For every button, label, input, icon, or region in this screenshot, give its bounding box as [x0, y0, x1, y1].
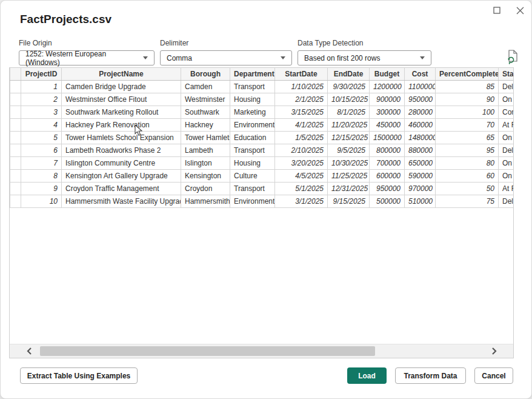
cell-Cost: 510000	[405, 195, 436, 208]
cell-Borough: Kensington	[181, 170, 230, 183]
cell-Status: Delayed	[499, 81, 514, 93]
cell-ProjectID: 8	[21, 170, 62, 183]
cell-PercentComplete: 50	[436, 183, 499, 195]
column-header-StartDate[interactable]: StartDate	[275, 68, 328, 81]
preview-grid: ProjectIDProjectNameBoroughDepartmentSta…	[10, 67, 514, 208]
delimiter-label: Delimiter	[160, 39, 292, 47]
cell-ProjectName: Islington Community Centre	[62, 157, 181, 170]
cell-EndDate: 10/30/2025	[328, 157, 370, 170]
cell-ProjectName: Southwark Marketing Rollout	[62, 106, 181, 119]
cell-StartDate: 4/5/2025	[275, 170, 328, 183]
extract-table-button[interactable]: Extract Table Using Examples	[20, 367, 138, 384]
cell-EndDate: 12/15/2025	[328, 132, 370, 144]
cell-ProjectName: Tower Hamlets School Expansion	[62, 132, 181, 144]
cell-StartDate: 3/20/2025	[275, 157, 328, 170]
table-row: 5Tower Hamlets School ExpansionTower Ham…	[10, 132, 514, 144]
cell-EndDate: 11/25/2025	[328, 170, 370, 183]
horizontal-scrollbar[interactable]	[10, 344, 513, 358]
row-gutter-cell	[10, 183, 21, 195]
column-header-EndDate[interactable]: EndDate	[328, 68, 370, 81]
cell-Cost: 460000	[405, 119, 436, 132]
cell-Budget: 950000	[370, 183, 405, 195]
close-icon[interactable]	[513, 4, 527, 16]
column-header-ProjectID[interactable]: ProjectID	[21, 68, 62, 81]
row-gutter-cell	[10, 132, 21, 144]
data-preview-table: ProjectIDProjectNameBoroughDepartmentSta…	[9, 67, 514, 358]
load-button[interactable]: Load	[347, 367, 387, 384]
cell-Cost: 950000	[405, 93, 436, 106]
cell-PercentComplete: 95	[436, 144, 499, 157]
cell-ProjectID: 1	[21, 81, 62, 93]
cell-Budget: 800000	[370, 144, 405, 157]
cell-Cost: 280000	[405, 106, 436, 119]
cell-Department: Culture	[230, 170, 275, 183]
chevron-down-icon	[143, 56, 148, 59]
cell-ProjectName: Kensington Art Gallery Upgrade	[62, 170, 181, 183]
csv-import-dialog: FactProjects.csv File Origin 1252: Weste…	[0, 0, 532, 399]
cell-Department: Housing	[230, 93, 275, 106]
cell-PercentComplete: 65	[436, 132, 499, 144]
cell-ProjectID: 3	[21, 106, 62, 119]
scrollbar-thumb[interactable]	[40, 346, 375, 356]
column-header-Status[interactable]: Status	[499, 68, 514, 81]
cell-Budget: 600000	[370, 170, 405, 183]
cell-EndDate: 8/1/2025	[328, 106, 370, 119]
cell-EndDate: 10/15/2025	[328, 93, 370, 106]
column-header-Department[interactable]: Department	[230, 68, 275, 81]
cell-Department: Transport	[230, 144, 275, 157]
cell-Borough: Islington	[181, 157, 230, 170]
cell-Budget: 1200000	[370, 81, 405, 93]
cell-Borough: Camden	[181, 81, 230, 93]
cell-ProjectID: 5	[21, 132, 62, 144]
window-controls	[490, 4, 527, 16]
refresh-preview-icon[interactable]	[506, 49, 519, 65]
page-title: FactProjects.csv	[20, 13, 111, 26]
column-header-ProjectName[interactable]: ProjectName	[62, 68, 181, 81]
row-gutter-cell	[10, 81, 21, 93]
cancel-button[interactable]: Cancel	[474, 367, 513, 384]
column-header-Cost[interactable]: Cost	[405, 68, 436, 81]
cell-ProjectName: Croydon Traffic Management	[62, 183, 181, 195]
scroll-right-icon[interactable]	[483, 344, 505, 358]
table-row: 9Croydon Traffic ManagementCroydonTransp…	[10, 183, 514, 195]
cell-PercentComplete: 85	[436, 81, 499, 93]
cell-ProjectName: Westminster Office Fitout	[62, 93, 181, 106]
cell-ProjectID: 2	[21, 93, 62, 106]
cell-Department: Transport	[230, 81, 275, 93]
cell-PercentComplete: 100	[436, 106, 499, 119]
table-row: 1Camden Bridge UpgradeCamdenTransport1/1…	[10, 81, 514, 93]
cell-ProjectName: Lambeth Roadworks Phase 2	[62, 144, 181, 157]
column-header-Borough[interactable]: Borough	[181, 68, 230, 81]
table-row: 10Hammersmith Waste Facility UpgradeHamm…	[10, 195, 514, 208]
cell-Department: Transport	[230, 183, 275, 195]
cell-PercentComplete: 60	[436, 170, 499, 183]
maximize-icon[interactable]	[490, 4, 504, 16]
file-origin-select[interactable]: 1252: Western European (Windows)	[19, 50, 155, 65]
delimiter-select[interactable]: Comma	[160, 50, 292, 65]
column-header-Budget[interactable]: Budget	[370, 68, 405, 81]
cell-Department: Environment	[230, 119, 275, 132]
cell-Status: At Risk	[499, 119, 514, 132]
cell-Status: On Track	[499, 170, 514, 183]
cell-Department: Housing	[230, 157, 275, 170]
data-type-detection-select[interactable]: Based on first 200 rows	[298, 50, 431, 65]
cell-Cost: 880000	[405, 144, 436, 157]
cell-Cost: 1100000	[405, 81, 436, 93]
cell-Borough: Westminster	[181, 93, 230, 106]
data-type-detection-field: Data Type Detection Based on first 200 r…	[298, 39, 431, 65]
table-row: 4Hackney Park RenovationHackneyEnvironme…	[10, 119, 514, 132]
table-row: 7Islington Community CentreIslingtonHous…	[10, 157, 514, 170]
scroll-left-icon[interactable]	[18, 344, 40, 358]
chevron-down-icon	[281, 56, 285, 59]
table-row: 8Kensington Art Gallery UpgradeKensingto…	[10, 170, 514, 183]
column-header-PercentComplete[interactable]: PercentComplete	[436, 68, 499, 81]
cell-StartDate: 1/5/2025	[275, 132, 328, 144]
cell-Budget: 300000	[370, 106, 405, 119]
cell-Status: Delayed	[499, 144, 514, 157]
cell-PercentComplete: 80	[436, 157, 499, 170]
cell-StartDate: 1/10/2025	[275, 81, 328, 93]
transform-data-button[interactable]: Transform Data	[395, 367, 466, 384]
cell-StartDate: 4/1/2025	[275, 119, 328, 132]
cell-Department: Environment	[230, 195, 275, 208]
cell-Cost: 970000	[405, 183, 436, 195]
